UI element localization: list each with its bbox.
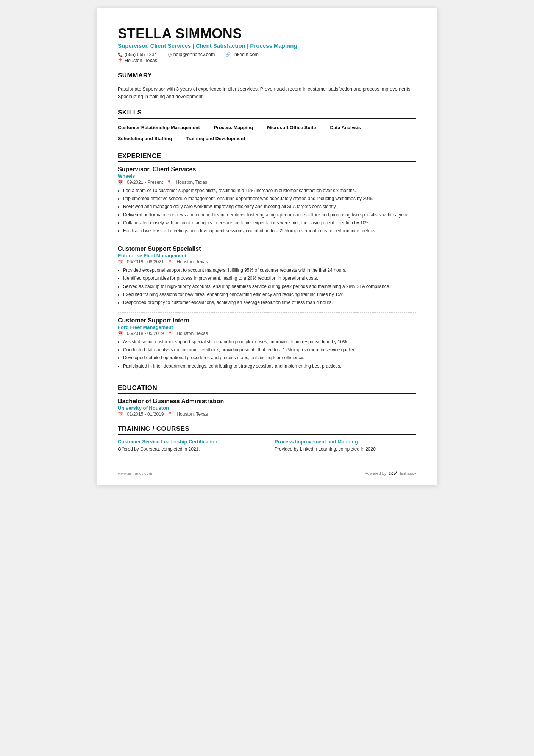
skills-row-2: Scheduling and Staffing Training and Dev… bbox=[118, 133, 416, 144]
skills-row-1: Customer Relationship Management Process… bbox=[118, 122, 416, 133]
education-title: EDUCATION bbox=[118, 384, 416, 394]
job-1-dates: 09/2021 - Present bbox=[127, 180, 163, 185]
skills-title: SKILLS bbox=[118, 109, 416, 119]
job-3-bullets: Assisted senior customer support special… bbox=[118, 338, 416, 370]
bullet: Participated in inter-department meeting… bbox=[123, 363, 416, 370]
skills-section: SKILLS Customer Relationship Management … bbox=[118, 109, 416, 144]
summary-text: Passionate Supervisor with 3 years of ex… bbox=[118, 85, 416, 100]
edu-1-degree: Bachelor of Business Administration bbox=[118, 398, 416, 405]
phone-text: (555) 555-1234 bbox=[125, 52, 157, 57]
bullet: Led a team of 10 customer support specia… bbox=[123, 187, 416, 194]
job-3: Customer Support Intern Ford Fleet Manag… bbox=[118, 317, 416, 376]
training-2-title: Process Improvement and Mapping bbox=[275, 439, 416, 445]
location-text: Houston, Texas bbox=[125, 58, 157, 63]
bullet: Assisted senior customer support special… bbox=[123, 338, 416, 346]
training-1: Customer Service Leadership Certificatio… bbox=[118, 439, 259, 452]
bullet: Facilitated weekly staff meetings and de… bbox=[123, 227, 416, 235]
location-icon: 📍 bbox=[118, 58, 123, 63]
linkedin-text: linkedin.com bbox=[232, 52, 258, 57]
enhancv-logo: Powered by ∞✓ Enhancv bbox=[364, 469, 416, 477]
location-contact: 📍 Houston, Texas bbox=[118, 58, 157, 63]
skill-crm: Customer Relationship Management bbox=[118, 122, 207, 133]
training-grid: Customer Service Leadership Certificatio… bbox=[118, 439, 416, 452]
bullet: Conducted data analysis on customer feed… bbox=[123, 346, 416, 354]
skill-office: Microsoft Office Suite bbox=[267, 122, 323, 133]
linkedin-contact: 🔗 linkedin.com bbox=[225, 52, 258, 57]
edu-1-school: University of Houston bbox=[118, 405, 416, 411]
calendar-icon-3: 📅 bbox=[118, 331, 123, 336]
training-1-desc: Offered by Coursera, completed in 2021. bbox=[118, 446, 259, 452]
training-section: TRAINING / COURSES Customer Service Lead… bbox=[118, 425, 416, 452]
location-icon-job2: 📍 bbox=[167, 260, 173, 265]
job-3-dates: 06/2018 - 05/2019 bbox=[127, 331, 164, 336]
link-icon: 🔗 bbox=[225, 52, 231, 57]
job-2-company: Enterprise Fleet Management bbox=[118, 253, 416, 258]
bullet: Responded promptly to customer escalatio… bbox=[123, 299, 416, 306]
header: STELLA SIMMONS Supervisor, Client Servic… bbox=[118, 26, 416, 63]
brand-name: Enhancv bbox=[400, 471, 416, 476]
training-2-desc: Provided by LinkedIn Learning, completed… bbox=[275, 446, 416, 452]
education-section: EDUCATION Bachelor of Business Administr… bbox=[118, 384, 416, 417]
edu-1-location: Houston, Texas bbox=[176, 412, 208, 417]
skill-process: Process Mapping bbox=[214, 122, 261, 133]
bullet: Developed detailed operational procedure… bbox=[123, 354, 416, 362]
job-3-company: Ford Fleet Management bbox=[118, 324, 416, 330]
job-2-location: Houston, Texas bbox=[176, 259, 208, 265]
resume-page: STELLA SIMMONS Supervisor, Client Servic… bbox=[97, 8, 437, 485]
email-text: help@enhancv.com bbox=[173, 52, 215, 57]
job-3-location: Houston, Texas bbox=[176, 331, 208, 336]
job-3-meta: 📅 06/2018 - 05/2019 📍 Houston, Texas bbox=[118, 331, 416, 336]
job-2: Customer Support Specialist Enterprise F… bbox=[118, 246, 416, 313]
job-2-dates: 06/2019 - 08/2021 bbox=[127, 259, 164, 265]
contact-row: 📞 (555) 555-1234 @ help@enhancv.com 🔗 li… bbox=[118, 52, 416, 57]
powered-by-text: Powered by bbox=[364, 471, 386, 476]
skill-scheduling: Scheduling and Staffing bbox=[118, 133, 179, 144]
candidate-name: STELLA SIMMONS bbox=[118, 26, 416, 42]
location-icon-edu: 📍 bbox=[167, 412, 173, 416]
calendar-icon-edu: 📅 bbox=[118, 412, 123, 416]
phone-icon: 📞 bbox=[118, 52, 123, 57]
bullet: Collaborated closely with account manage… bbox=[123, 219, 416, 227]
bullet: Provided exceptional support to account … bbox=[123, 267, 416, 274]
training-title: TRAINING / COURSES bbox=[118, 425, 416, 435]
summary-section: SUMMARY Passionate Supervisor with 3 yea… bbox=[118, 72, 416, 100]
location-icon-job3: 📍 bbox=[167, 331, 173, 336]
calendar-icon-2: 📅 bbox=[118, 260, 123, 265]
job-1-location: Houston, Texas bbox=[176, 180, 207, 185]
enhancv-logo-mark: ∞✓ bbox=[389, 469, 398, 477]
skill-training: Training and Development bbox=[186, 133, 252, 144]
bullet: Served as backup for high-priority accou… bbox=[123, 283, 416, 290]
job-2-title: Customer Support Specialist bbox=[118, 246, 416, 252]
phone-contact: 📞 (555) 555-1234 bbox=[118, 52, 157, 57]
experience-section: EXPERIENCE Supervisor, Client Services W… bbox=[118, 152, 416, 376]
training-2: Process Improvement and Mapping Provided… bbox=[275, 439, 416, 452]
bullet: Identified opportunities for process imp… bbox=[123, 275, 416, 282]
job-2-bullets: Provided exceptional support to account … bbox=[118, 267, 416, 306]
job-2-meta: 📅 06/2019 - 08/2021 📍 Houston, Texas bbox=[118, 259, 416, 265]
edu-1: Bachelor of Business Administration Univ… bbox=[118, 398, 416, 417]
job-3-title: Customer Support Intern bbox=[118, 317, 416, 324]
location-row: 📍 Houston, Texas bbox=[118, 58, 416, 63]
page-footer: www.enhancv.com Powered by ∞✓ Enhancv bbox=[118, 469, 416, 477]
training-1-title: Customer Service Leadership Certificatio… bbox=[118, 439, 259, 445]
skill-data: Data Analysis bbox=[330, 122, 368, 133]
job-1-title: Supervisor, Client Services bbox=[118, 166, 416, 173]
calendar-icon: 📅 bbox=[118, 180, 123, 185]
summary-title: SUMMARY bbox=[118, 72, 416, 81]
skills-grid: Customer Relationship Management Process… bbox=[118, 122, 416, 144]
edu-1-dates: 01/2015 - 01/2019 bbox=[127, 412, 164, 417]
location-icon-job1: 📍 bbox=[167, 180, 172, 185]
email-contact: @ help@enhancv.com bbox=[167, 52, 215, 57]
bullet: Delivered performance reviews and coache… bbox=[123, 211, 416, 219]
experience-title: EXPERIENCE bbox=[118, 152, 416, 162]
footer-website: www.enhancv.com bbox=[118, 471, 152, 476]
edu-1-meta: 📅 01/2015 - 01/2019 📍 Houston, Texas bbox=[118, 412, 416, 417]
job-1-bullets: Led a team of 10 customer support specia… bbox=[118, 187, 416, 235]
job-1: Supervisor, Client Services Wheels 📅 09/… bbox=[118, 166, 416, 241]
bullet: Implemented effective schedule managemen… bbox=[123, 195, 416, 202]
job-1-company: Wheels bbox=[118, 173, 416, 179]
job-1-meta: 📅 09/2021 - Present 📍 Houston, Texas bbox=[118, 180, 416, 185]
bullet: Executed training sessions for new hires… bbox=[123, 291, 416, 298]
email-icon: @ bbox=[167, 52, 172, 57]
candidate-title: Supervisor, Client Services | Client Sat… bbox=[118, 42, 416, 49]
